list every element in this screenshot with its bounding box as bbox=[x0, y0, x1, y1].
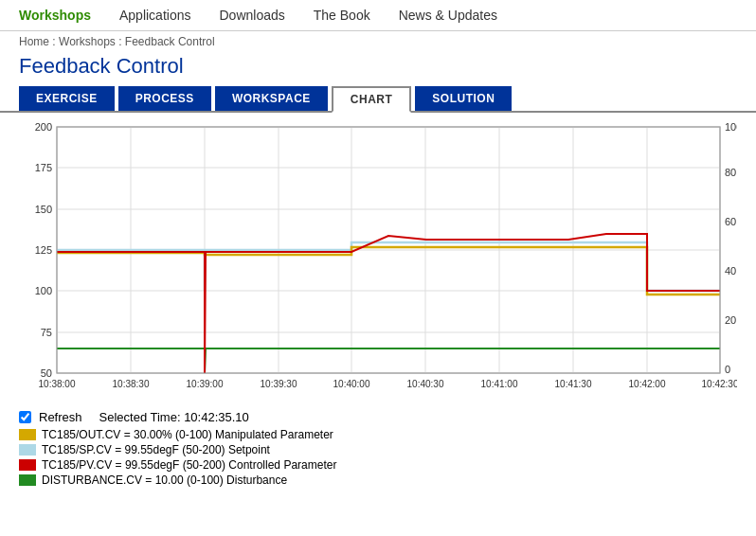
svg-text:125: 125 bbox=[35, 244, 52, 256]
refresh-label: Refresh bbox=[39, 410, 82, 424]
svg-text:0: 0 bbox=[725, 364, 730, 375]
chart-container: 200 175 150 125 100 75 50 100 80 60 40 2… bbox=[0, 113, 756, 406]
nav-workshops[interactable]: Workshops bbox=[19, 8, 91, 23]
chart-svg: 200 175 150 125 100 75 50 100 80 60 40 2… bbox=[19, 122, 737, 397]
nav-bar: Workshops Applications Downloads The Boo… bbox=[0, 0, 756, 31]
svg-text:10:42:30: 10:42:30 bbox=[702, 379, 737, 389]
nav-downloads[interactable]: Downloads bbox=[219, 8, 284, 23]
svg-text:20: 20 bbox=[725, 314, 736, 326]
svg-text:50: 50 bbox=[41, 367, 52, 379]
legend-item-2: TC185/PV.CV = 99.55degF (50-200) Control… bbox=[19, 458, 737, 472]
legend-label-0: TC185/OUT.CV = 30.00% (0-100) Manipulate… bbox=[42, 428, 333, 441]
breadcrumb-workshops[interactable]: Workshops bbox=[59, 35, 116, 48]
tab-solution[interactable]: SOLUTION bbox=[415, 86, 512, 111]
legend-label-2: TC185/PV.CV = 99.55degF (50-200) Control… bbox=[42, 458, 336, 472]
legend-label-3: DISTURBANCE.CV = 10.00 (0-100) Disturban… bbox=[42, 473, 287, 487]
legend-label-1: TC185/SP.CV = 99.55degF (50-200) Setpoin… bbox=[42, 443, 270, 456]
nav-thebook[interactable]: The Book bbox=[314, 8, 370, 23]
tab-chart[interactable]: CHART bbox=[332, 86, 412, 113]
tab-workspace[interactable]: WORKSPACE bbox=[215, 86, 328, 111]
nav-applications[interactable]: Applications bbox=[119, 8, 191, 23]
svg-text:10:39:30: 10:39:30 bbox=[261, 379, 297, 389]
svg-text:10:41:00: 10:41:00 bbox=[481, 379, 518, 389]
chart-footer: Refresh Selected Time: 10:42:35.10 TC185… bbox=[0, 406, 756, 494]
legend-swatch-1 bbox=[19, 444, 36, 456]
legend-item-0: TC185/OUT.CV = 30.00% (0-100) Manipulate… bbox=[19, 428, 737, 441]
legend-swatch-2 bbox=[19, 459, 36, 471]
svg-text:75: 75 bbox=[41, 327, 52, 338]
svg-text:10:42:00: 10:42:00 bbox=[629, 379, 666, 389]
legend-item-1: TC185/SP.CV = 99.55degF (50-200) Setpoin… bbox=[19, 443, 737, 456]
svg-text:10:39:00: 10:39:00 bbox=[187, 379, 224, 389]
selected-time: Selected Time: 10:42:35.10 bbox=[99, 410, 249, 424]
svg-text:150: 150 bbox=[35, 204, 52, 215]
svg-text:10:38:30: 10:38:30 bbox=[113, 379, 150, 389]
svg-text:100: 100 bbox=[725, 122, 737, 133]
svg-text:80: 80 bbox=[725, 167, 736, 178]
svg-text:200: 200 bbox=[35, 122, 52, 133]
breadcrumb-home[interactable]: Home bbox=[19, 35, 49, 48]
svg-text:175: 175 bbox=[35, 162, 52, 173]
svg-text:10:40:00: 10:40:00 bbox=[333, 379, 370, 389]
refresh-checkbox[interactable] bbox=[19, 411, 31, 423]
tab-exercise[interactable]: EXERCISE bbox=[19, 86, 115, 111]
legend-item-3: DISTURBANCE.CV = 10.00 (0-100) Disturban… bbox=[19, 473, 737, 487]
refresh-row: Refresh Selected Time: 10:42:35.10 bbox=[19, 410, 737, 424]
nav-newsupdates[interactable]: News & Updates bbox=[399, 8, 497, 23]
svg-text:10:40:30: 10:40:30 bbox=[407, 379, 444, 389]
svg-text:40: 40 bbox=[725, 265, 736, 277]
svg-text:100: 100 bbox=[35, 285, 52, 296]
svg-text:10:41:30: 10:41:30 bbox=[555, 379, 592, 389]
tab-bar: EXERCISE PROCESS WORKSPACE CHART SOLUTIO… bbox=[0, 86, 756, 113]
svg-text:60: 60 bbox=[725, 216, 736, 227]
tab-process[interactable]: PROCESS bbox=[118, 86, 211, 111]
legend-swatch-3 bbox=[19, 474, 36, 486]
svg-text:10:38:00: 10:38:00 bbox=[39, 379, 76, 389]
breadcrumb: Home : Workshops : Feedback Control bbox=[0, 31, 756, 52]
legend-swatch-0 bbox=[19, 429, 36, 440]
breadcrumb-current: Feedback Control bbox=[125, 35, 215, 48]
page-title: Feedback Control bbox=[0, 52, 756, 86]
